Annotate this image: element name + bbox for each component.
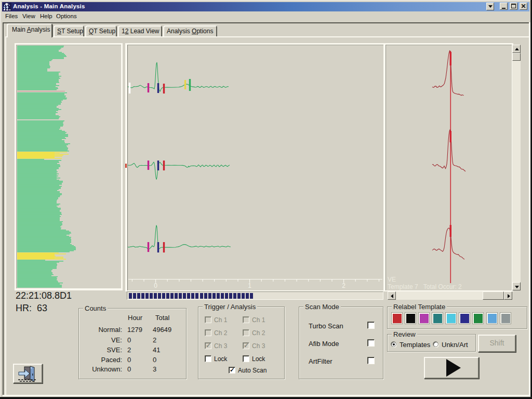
svg-text:0: 0 [154, 282, 157, 289]
svg-text:1: 1 [248, 282, 251, 289]
svg-text:VE: VE [388, 276, 396, 283]
svg-text:Template 7 Total Occur: 2: Template 7 Total Occur: 2 [388, 283, 462, 290]
svg-text:2: 2 [342, 282, 345, 289]
